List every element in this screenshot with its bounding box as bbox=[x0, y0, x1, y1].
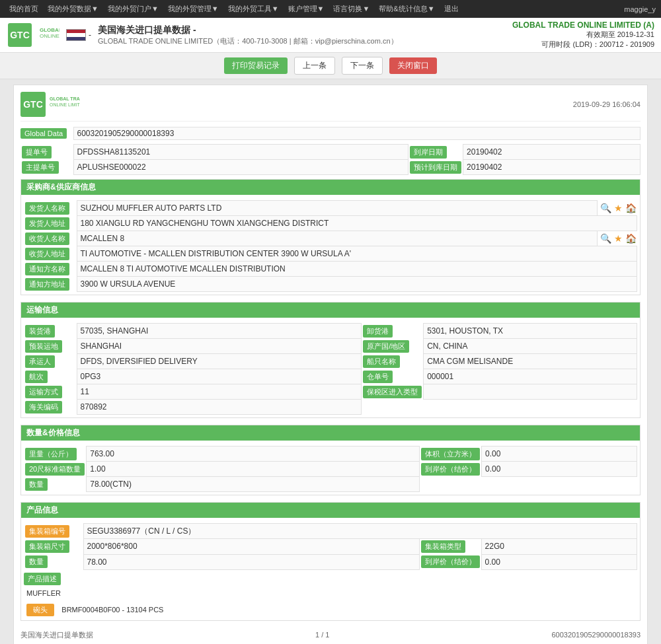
consignee-name-label: 收货人名称 bbox=[25, 233, 69, 245]
header-left: GTC GLOBAL TRADE ONLINE LIMITED - 美国海关进口… bbox=[7, 22, 398, 48]
consignee-addr-label: 收货人地址 bbox=[25, 248, 69, 260]
est-arrival-value: 20190402 bbox=[463, 160, 641, 175]
svg-text:GLOBAL TRADE: GLOBAL TRADE bbox=[50, 96, 80, 101]
nav-portal[interactable]: 我的外贸门户▼ bbox=[104, 3, 163, 15]
buyer-supplier-section: 采购商&供应商信息 发货人名称 SUZHOU MUFFLER AUTO PART… bbox=[20, 179, 641, 295]
global-data-label: Global Data bbox=[20, 128, 67, 139]
volume-value: 0.00 bbox=[482, 447, 637, 462]
quantity-price-header: 数量&价格信息 bbox=[21, 425, 640, 441]
next-button[interactable]: 下一条 bbox=[342, 57, 383, 75]
transport-body: 装货港 57035, SHANGHAI 卸货港 5301, HOUSTON, T… bbox=[21, 320, 640, 417]
doc-pagination: 美国海关进口提单数据 1 / 1 6003201905290000018393 bbox=[20, 627, 641, 643]
product-header: 产品信息 bbox=[21, 503, 640, 518]
bill-no-label: 提单号 bbox=[22, 146, 52, 159]
qty-qp-label: 数量 bbox=[25, 478, 48, 491]
svg-text:ONLINE LIMITED: ONLINE LIMITED bbox=[40, 33, 59, 39]
nav-help[interactable]: 帮助&统计信息▼ bbox=[375, 3, 438, 15]
page-title: 美国海关进口提单数据 - bbox=[98, 24, 398, 36]
container20-label: 20尺标准箱数量 bbox=[25, 463, 85, 476]
header-text: 美国海关进口提单数据 - GLOBAL TRADE ONLINE LIMITED… bbox=[98, 24, 398, 46]
container-size-value: 2000*806*800 bbox=[83, 539, 419, 555]
head-button[interactable]: 碗头 bbox=[26, 604, 54, 616]
page-header: GTC GLOBAL TRADE ONLINE LIMITED - 美国海关进口… bbox=[0, 18, 661, 53]
global-data-row: Global Data 6003201905290000018393 bbox=[20, 127, 641, 140]
shipper-name-label: 发货人名称 bbox=[25, 202, 69, 215]
shipper-search-icon[interactable]: 🔍 bbox=[600, 203, 611, 213]
container-type-value: 22G0 bbox=[481, 539, 637, 555]
gtc-logo: GTC GLOBAL TRADE ONLINE LIMITED bbox=[7, 22, 59, 48]
nav-language[interactable]: 语言切换▼ bbox=[329, 3, 373, 15]
nav-account[interactable]: 账户管理▼ bbox=[284, 3, 329, 15]
consignee-home-icon[interactable]: 🏠 bbox=[625, 233, 637, 244]
flag-separator: - bbox=[89, 30, 91, 40]
carrier-value: DFDS, DIVERSIFIED DELIVERY bbox=[77, 354, 362, 369]
shipper-addr-label: 发货人地址 bbox=[25, 217, 69, 230]
container-size-label: 集装箱尺寸 bbox=[25, 540, 69, 553]
document-container: GTC GLOBAL TRADE ONLINE LIMITED 2019-09-… bbox=[13, 85, 648, 644]
vessel-label: 船只名称 bbox=[363, 355, 400, 368]
container-type-label: 集装箱类型 bbox=[421, 540, 465, 553]
svg-text:GTC: GTC bbox=[10, 30, 30, 40]
company-contact: GLOBAL TRADE ONLINE LIMITED（电话：400-710-3… bbox=[98, 36, 398, 46]
notify-addr-label: 通知方地址 bbox=[25, 278, 69, 291]
nav-menu: 我的首页 我的外贸数据▼ 我的外贸门户▼ 我的外贸管理▼ 我的外贸工具▼ 账户管… bbox=[5, 3, 463, 15]
product-arrival-price-label: 到岸价（结价） bbox=[421, 555, 480, 568]
warehouse-value: 000001 bbox=[424, 369, 637, 384]
right-company: GLOBAL TRADE ONLINE LIMITED (A) bbox=[512, 20, 654, 30]
print-button[interactable]: 打印贸易记录 bbox=[224, 57, 288, 74]
container20-value: 1.00 bbox=[87, 462, 420, 477]
consignee-star-icon[interactable]: ★ bbox=[614, 233, 623, 244]
qty-qp-value: 78.00(CTN) bbox=[87, 477, 420, 492]
shipper-home-icon[interactable]: 🏠 bbox=[625, 203, 637, 213]
product-section: 产品信息 集装箱编号 SEGU3386977（CN / L / CS） 集装箱尺… bbox=[20, 502, 641, 621]
svg-text:ONLINE LIMITED: ONLINE LIMITED bbox=[50, 102, 80, 107]
customs-code-value: 870892 bbox=[77, 400, 362, 415]
volume-label: 体积（立方米） bbox=[421, 448, 480, 460]
shipper-name-value: SUZHOU MUFFLER AUTO PARTS LTD bbox=[77, 201, 598, 216]
nav-manage[interactable]: 我的外贸管理▼ bbox=[164, 3, 223, 15]
quantity-price-section: 数量&价格信息 里量（公斤） 763.00 体积（立方米） 0.00 bbox=[20, 425, 641, 495]
product-body: 集装箱编号 SEGU3386977（CN / L / CS） 集装箱尺寸 200… bbox=[21, 520, 640, 620]
bonded-value bbox=[424, 384, 637, 400]
toolbar: 打印贸易记录 上一条 下一条 关闭窗口 bbox=[0, 53, 661, 79]
pre-ship-value: SHANGHAI bbox=[77, 339, 362, 354]
voyage-label: 航次 bbox=[25, 371, 48, 383]
product-head-area: 碗头 BRMF0004B0F00 - 13104 PCS bbox=[24, 602, 637, 618]
transport-section: 运输信息 装货港 57035, SHANGHAI 卸货港 5301, HOUST… bbox=[20, 302, 641, 418]
us-flag bbox=[66, 29, 86, 41]
doc-logo: GTC GLOBAL TRADE ONLINE LIMITED bbox=[20, 92, 80, 117]
nav-tools[interactable]: 我的外贸工具▼ bbox=[224, 3, 283, 15]
close-button[interactable]: 关闭窗口 bbox=[389, 57, 437, 74]
shipper-star-icon[interactable]: ★ bbox=[614, 203, 623, 213]
vessel-value: CMA CGM MELISANDE bbox=[424, 354, 637, 369]
consignee-search-icon[interactable]: 🔍 bbox=[600, 233, 611, 244]
nav-trade-data[interactable]: 我的外贸数据▼ bbox=[44, 3, 102, 15]
head-value: BRMF0004B0F00 - 13104 PCS bbox=[59, 604, 166, 615]
ldr-info: 可用时段 (LDR)：200712 - 201909 bbox=[512, 40, 654, 50]
carrier-label: 承运人 bbox=[25, 355, 55, 368]
consignee-name-value: MCALLEN 8 bbox=[77, 231, 598, 246]
main-bill-value: APLUSHSE000022 bbox=[73, 160, 408, 175]
doc-datetime: 2019-09-29 16:06:04 bbox=[573, 100, 641, 108]
bill-fields: 提单号 DFDSSHA81135201 到岸日期 20190402 主提单号 A… bbox=[20, 144, 641, 175]
transport-mode-label: 运输方式 bbox=[25, 386, 62, 398]
origin-port-label: 装货港 bbox=[25, 325, 55, 338]
user-info: maggie_y bbox=[624, 5, 656, 13]
valid-until: 有效期至 2019-12-31 bbox=[512, 30, 654, 40]
shipper-icons: 🔍 ★ 🏠 bbox=[600, 203, 637, 213]
product-qty-label: 数量 bbox=[25, 555, 48, 568]
notify-name-value: MCALLEN 8 TI AUTOMOTIVE MCALLEN DISTRIBU… bbox=[77, 262, 637, 277]
nav-logout[interactable]: 退出 bbox=[440, 3, 463, 15]
doc-header: GTC GLOBAL TRADE ONLINE LIMITED 2019-09-… bbox=[20, 92, 641, 122]
pre-ship-label: 预装运地 bbox=[25, 340, 62, 353]
prev-button[interactable]: 上一条 bbox=[294, 57, 335, 75]
product-desc-label: 产品描述 bbox=[24, 573, 61, 585]
buyer-supplier-body: 发货人名称 SUZHOU MUFFLER AUTO PARTS LTD 🔍 ★ … bbox=[21, 197, 640, 295]
product-desc-value: MUFFLER bbox=[24, 587, 637, 600]
arrival-date-value: 20190402 bbox=[463, 145, 641, 160]
voyage-value: 0PG3 bbox=[77, 369, 362, 384]
nav-home[interactable]: 我的首页 bbox=[5, 3, 42, 15]
header-right: GLOBAL TRADE ONLINE LIMITED (A) 有效期至 201… bbox=[512, 20, 654, 50]
est-arrival-label: 预计到库日期 bbox=[410, 161, 461, 174]
bonded-label: 保税区进入类型 bbox=[363, 386, 422, 398]
